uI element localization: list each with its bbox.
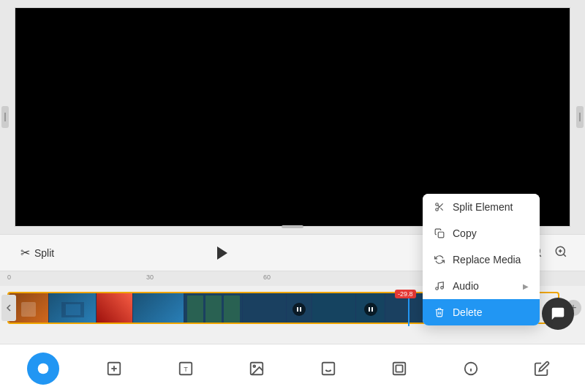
film-frame-8 bbox=[312, 293, 356, 324]
bottom-toolbar: T bbox=[0, 344, 585, 392]
svg-rect-27 bbox=[396, 365, 403, 372]
copy-label: Copy bbox=[453, 227, 477, 239]
ruler-mark-30: 30 bbox=[146, 274, 154, 281]
edit-tool-button[interactable] bbox=[526, 353, 558, 385]
trash-menu-icon bbox=[434, 306, 445, 318]
overlay-icon bbox=[391, 361, 407, 377]
ruler-mark-0: 0 bbox=[7, 274, 11, 281]
text-icon: T bbox=[178, 361, 194, 377]
svg-rect-5 bbox=[297, 307, 298, 312]
text-tool-button[interactable]: T bbox=[170, 353, 202, 385]
home-tool-button[interactable] bbox=[27, 353, 59, 385]
film-frame-3 bbox=[97, 293, 133, 324]
ruler-mark-60: 60 bbox=[263, 274, 271, 281]
chat-icon bbox=[550, 306, 566, 322]
media-tool-button[interactable] bbox=[241, 353, 273, 385]
delete-menu-item[interactable]: Delete bbox=[423, 299, 540, 325]
track-left-nav[interactable] bbox=[1, 295, 16, 321]
copy-menu-icon bbox=[434, 227, 445, 239]
audio-label: Audio bbox=[453, 280, 479, 292]
sticker-icon bbox=[320, 361, 336, 377]
split-element-menu-item[interactable]: Split Element bbox=[423, 194, 540, 220]
plus-icon bbox=[106, 361, 122, 377]
right-scrub-handle[interactable] bbox=[576, 106, 584, 128]
svg-point-16 bbox=[441, 287, 444, 290]
scissors-menu-icon bbox=[434, 201, 445, 213]
audio-menu-icon bbox=[434, 280, 445, 292]
svg-rect-4 bbox=[66, 304, 80, 315]
info-icon bbox=[463, 361, 479, 377]
left-scrub-handle[interactable] bbox=[1, 106, 9, 128]
film-frame-2 bbox=[49, 293, 97, 324]
svg-point-10 bbox=[436, 208, 439, 211]
copy-menu-item[interactable]: Copy bbox=[423, 220, 540, 246]
split-label: Split bbox=[34, 247, 54, 259]
add-tool-button[interactable] bbox=[98, 353, 130, 385]
svg-rect-14 bbox=[438, 232, 444, 238]
scissors-icon: ✂ bbox=[20, 246, 30, 260]
film-frame-9 bbox=[356, 293, 385, 324]
replace-media-menu-item[interactable]: Replace Media bbox=[423, 246, 540, 273]
svg-point-17 bbox=[37, 363, 48, 374]
chat-button[interactable] bbox=[542, 298, 574, 330]
delete-label: Delete bbox=[453, 306, 482, 318]
context-menu: Split Element Copy Replace Media Audio ▶ bbox=[423, 194, 540, 325]
svg-line-13 bbox=[438, 206, 439, 207]
svg-rect-25 bbox=[322, 362, 335, 374]
svg-point-24 bbox=[254, 365, 256, 367]
media-icon bbox=[249, 361, 265, 377]
film-frame-7 bbox=[287, 293, 312, 324]
replace-media-label: Replace Media bbox=[453, 254, 521, 265]
edit-icon bbox=[534, 361, 550, 377]
film-frame-4 bbox=[133, 293, 184, 324]
svg-line-12 bbox=[440, 208, 442, 210]
film-frame-5 bbox=[184, 293, 243, 324]
replace-menu-icon bbox=[434, 254, 445, 265]
scroll-indicator bbox=[282, 225, 303, 228]
sticker-tool-button[interactable] bbox=[312, 353, 344, 385]
film-frame-6 bbox=[243, 293, 287, 324]
split-button[interactable]: ✂ Split bbox=[15, 243, 60, 263]
svg-rect-2 bbox=[21, 302, 36, 317]
zoom-in-button[interactable] bbox=[551, 244, 570, 263]
circle-icon bbox=[35, 361, 51, 377]
svg-point-9 bbox=[436, 203, 439, 206]
svg-text:T: T bbox=[184, 365, 188, 372]
overlay-tool-button[interactable] bbox=[383, 353, 415, 385]
playhead[interactable]: -29.8 bbox=[408, 290, 410, 326]
play-icon bbox=[217, 246, 227, 260]
svg-rect-7 bbox=[369, 307, 370, 312]
play-button[interactable] bbox=[209, 240, 235, 266]
svg-rect-26 bbox=[393, 362, 406, 374]
svg-point-15 bbox=[436, 287, 439, 290]
split-element-label: Split Element bbox=[453, 201, 513, 213]
svg-rect-6 bbox=[300, 307, 301, 312]
audio-arrow-icon: ▶ bbox=[523, 282, 529, 290]
audio-menu-item[interactable]: Audio ▶ bbox=[423, 273, 540, 299]
playhead-time: -29.8 bbox=[395, 290, 416, 298]
svg-rect-8 bbox=[371, 307, 373, 312]
info-tool-button[interactable] bbox=[455, 353, 487, 385]
